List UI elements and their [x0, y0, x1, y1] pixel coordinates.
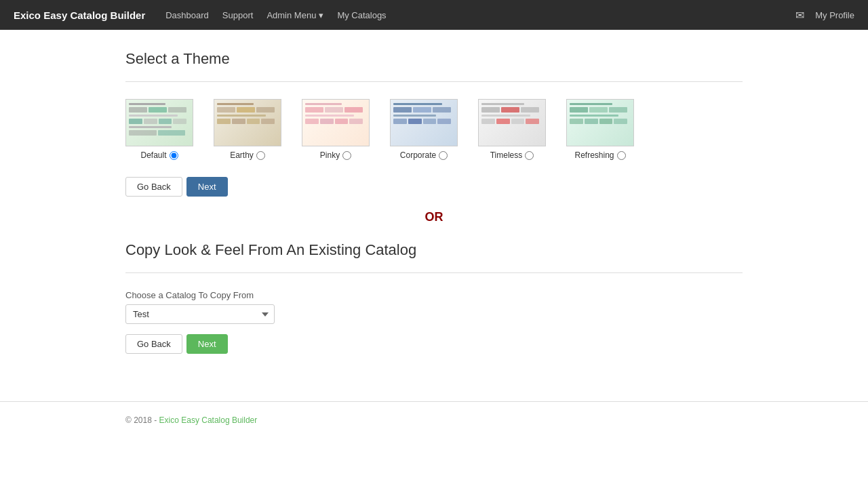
copy-catalog-label: Choose a Catalog To Copy From: [125, 290, 743, 300]
theme-thumbnail-default[interactable]: [125, 99, 193, 146]
next-button-1[interactable]: Next: [186, 177, 228, 197]
chevron-down-icon: ▾: [319, 10, 323, 20]
mail-icon[interactable]: ✉: [795, 9, 804, 22]
nav-dashboard[interactable]: Dashboard: [165, 10, 209, 20]
theme-thumbnail-corporate[interactable]: [390, 99, 458, 146]
select-theme-title: Select a Theme: [125, 50, 743, 68]
theme-radio-earthy[interactable]: [256, 151, 265, 160]
theme-item-default: Default: [125, 99, 193, 160]
theme-name-refreshing: Refreshing: [574, 150, 614, 160]
copy-catalog-form-group: Choose a Catalog To Copy From Test: [125, 290, 743, 324]
theme-radio-corporate[interactable]: [439, 151, 448, 160]
my-profile-link[interactable]: My Profile: [815, 10, 854, 20]
copy-section-title: Copy Look & Feel From An Existing Catalo…: [125, 241, 743, 259]
theme-label-timeless: Timeless: [490, 150, 534, 160]
copy-section-divider: [125, 272, 743, 273]
page-content: Select a Theme: [0, 30, 868, 388]
theme-label-refreshing: Refreshing: [574, 150, 625, 160]
theme-item-refreshing: Refreshing: [566, 99, 634, 160]
theme-radio-timeless[interactable]: [525, 151, 534, 160]
theme-label-default: Default: [140, 150, 178, 160]
or-divider: OR: [125, 210, 743, 224]
navbar-nav: Dashboard Support Admin Menu ▾ My Catalo…: [165, 10, 795, 20]
theme-button-group: Go Back Next: [125, 177, 743, 197]
navbar-brand: Exico Easy Catalog Builder: [14, 9, 145, 21]
copy-button-group: Go Back Next: [125, 334, 743, 354]
theme-thumbnail-timeless[interactable]: [478, 99, 546, 146]
next-button-2[interactable]: Next: [186, 334, 228, 354]
footer-copyright: © 2018 -: [125, 415, 159, 425]
theme-item-earthy: Earthy: [214, 99, 281, 160]
nav-support[interactable]: Support: [222, 10, 254, 20]
go-back-button-1[interactable]: Go Back: [125, 177, 182, 197]
theme-name-default: Default: [140, 150, 166, 160]
theme-item-corporate: Corporate: [390, 99, 458, 160]
theme-item-timeless: Timeless: [478, 99, 546, 160]
theme-name-timeless: Timeless: [490, 150, 523, 160]
theme-radio-default[interactable]: [170, 151, 178, 160]
go-back-button-2[interactable]: Go Back: [125, 334, 182, 354]
theme-name-pinky: Pinky: [320, 150, 340, 160]
nav-my-catalogs[interactable]: My Catalogs: [337, 10, 386, 20]
navbar-right: ✉ My Profile: [795, 9, 854, 22]
theme-thumbnail-refreshing[interactable]: [566, 99, 634, 146]
theme-thumbnail-pinky[interactable]: [302, 99, 370, 146]
theme-radio-pinky[interactable]: [342, 151, 351, 160]
theme-thumbnail-earthy[interactable]: [214, 99, 281, 146]
theme-item-pinky: Pinky: [302, 99, 370, 160]
theme-section-divider: [125, 81, 743, 82]
footer-link[interactable]: Exico Easy Catalog Builder: [159, 415, 258, 425]
page-footer: © 2018 - Exico Easy Catalog Builder: [0, 401, 868, 439]
theme-radio-refreshing[interactable]: [617, 151, 626, 160]
navbar: Exico Easy Catalog Builder Dashboard Sup…: [0, 0, 868, 30]
theme-label-corporate: Corporate: [400, 150, 448, 160]
theme-name-corporate: Corporate: [400, 150, 436, 160]
theme-label-earthy: Earthy: [230, 150, 265, 160]
copy-catalog-select[interactable]: Test: [125, 304, 275, 324]
theme-name-earthy: Earthy: [230, 150, 254, 160]
nav-admin-menu[interactable]: Admin Menu ▾: [267, 10, 323, 20]
theme-label-pinky: Pinky: [320, 150, 351, 160]
theme-grid: Default: [125, 99, 743, 160]
